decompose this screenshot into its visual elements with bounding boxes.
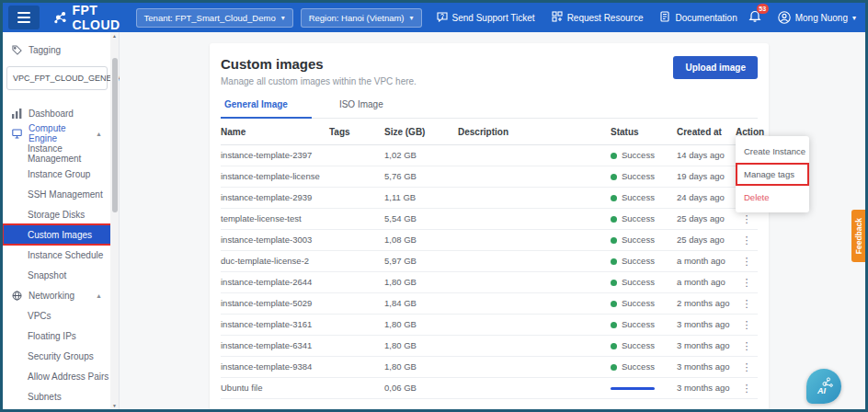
- table-row[interactable]: instance-template-2397 1,02 GB Success 1…: [221, 145, 758, 166]
- cell-created-at: 19 days ago: [677, 171, 736, 182]
- svg-text:AI: AI: [817, 386, 826, 395]
- cell-status: Success: [611, 298, 677, 309]
- row-actions-button[interactable]: ⋮: [736, 340, 758, 352]
- table-row[interactable]: Ubuntu file 0,06 GB 3 months ago ⋮: [221, 378, 758, 399]
- sidebar-item-allow-address-pairs[interactable]: Allow Address Pairs: [3, 366, 111, 386]
- table-row[interactable]: duc-template-license-2 5,97 GB Success a…: [221, 251, 758, 272]
- tab-general-image[interactable]: General Image: [221, 99, 312, 119]
- table-row[interactable]: instance-template-3003 1,08 GB Success 2…: [221, 230, 758, 251]
- dashboard-icon: [12, 109, 22, 119]
- cell-size: 1,80 GB: [384, 319, 458, 330]
- cell-name: instance-template-9384: [221, 361, 329, 372]
- cell-size: 1,80 GB: [384, 340, 458, 351]
- link-label: Documentation: [675, 13, 737, 23]
- feedback-tab[interactable]: Feedback: [851, 210, 865, 262]
- context-menu-item-delete[interactable]: Delete: [736, 186, 809, 209]
- context-menu-item-create-instance[interactable]: Create Instance: [736, 140, 809, 163]
- context-menu-item-manage-tags[interactable]: Manage tags: [736, 163, 809, 186]
- sidebar-item-instance-schedule[interactable]: Instance Schedule: [3, 245, 111, 265]
- status-text: Success: [622, 192, 655, 203]
- hamburger-menu-button[interactable]: [8, 6, 40, 29]
- sidebar-item-security-groups[interactable]: Security Groups: [3, 346, 111, 366]
- documentation-link[interactable]: Documentation: [659, 11, 737, 24]
- row-actions-button[interactable]: ⋮: [736, 256, 758, 268]
- tab-iso-image[interactable]: ISO Image: [312, 99, 398, 118]
- sidebar-item-label: Subnets: [28, 392, 62, 402]
- table-row[interactable]: template-license-test 5,54 GB Success 25…: [221, 209, 758, 230]
- cell-created-at: 25 days ago: [677, 235, 736, 246]
- sidebar-item-instance-group[interactable]: Instance Group: [3, 164, 111, 184]
- notifications-button[interactable]: 53: [748, 9, 761, 26]
- sidebar-item-tagging[interactable]: Tagging: [3, 40, 111, 60]
- user-menu[interactable]: Mong Nuong ▾: [778, 11, 856, 24]
- column-header-created-at: Created at: [677, 127, 736, 139]
- status-text: Success: [622, 298, 655, 309]
- sidebar-item-subnets[interactable]: Subnets: [3, 386, 111, 406]
- cell-status: Success: [611, 361, 677, 372]
- row-actions-button[interactable]: ⋮: [736, 319, 758, 331]
- sidebar-item-instance-management[interactable]: Instance Management: [3, 143, 111, 164]
- sidebar-item-label: Security Groups: [28, 351, 94, 361]
- app-window: FPT CLOUD Tenant: FPT_Smart_Cloud_Demo ▾…: [0, 0, 868, 412]
- table-row[interactable]: instance-template-license 5,76 GB Succes…: [221, 166, 758, 188]
- sidebar-item-label: Snapshot: [28, 270, 66, 280]
- link-label: Request Resource: [567, 13, 644, 23]
- request-resource-link[interactable]: Request Resource: [552, 11, 644, 24]
- scroll-down-arrow-icon[interactable]: ▼: [111, 403, 118, 408]
- region-selector[interactable]: Region: Hanoi (Vietnam) ▾: [301, 8, 422, 28]
- cell-created-at: a month ago: [677, 277, 736, 288]
- cell-created-at: 3 months ago: [677, 361, 736, 372]
- cell-status: Success: [611, 340, 677, 351]
- sidebar-item-floating-ips[interactable]: Floating IPs: [3, 326, 111, 346]
- chevron-down-icon: ▾: [281, 14, 285, 22]
- row-actions-button[interactable]: ⋮: [736, 277, 758, 289]
- send-support-ticket-link[interactable]: Send Support Ticket: [437, 11, 535, 24]
- sidebar-scrollbar[interactable]: ▲ ▼: [110, 32, 119, 409]
- success-status-dot: [611, 195, 617, 201]
- sidebar-item-storage-disks[interactable]: Storage Disks: [3, 204, 111, 224]
- sidebar-item-networking[interactable]: Networking▲: [3, 285, 111, 305]
- sidebar-item-compute-engine[interactable]: Compute Engine▲: [3, 123, 111, 143]
- sidebar-item-ssh-management[interactable]: SSH Management: [3, 184, 111, 204]
- support-ticket-icon: [437, 11, 448, 24]
- table-row[interactable]: instance-template-9384 1,80 GB Success 3…: [221, 357, 758, 378]
- row-actions-button[interactable]: ⋮: [736, 298, 758, 310]
- row-actions-button[interactable]: ⋮: [736, 213, 758, 225]
- status-text: Success: [622, 171, 655, 182]
- region-label: Region: Hanoi (Vietnam): [309, 13, 405, 23]
- cell-name: duc-template-license-2: [221, 256, 329, 267]
- vpc-selector[interactable]: VPC_FPT_CLOUD_GENERAL ▾: [6, 66, 108, 90]
- user-avatar-icon: [778, 11, 791, 24]
- scroll-up-arrow-icon[interactable]: ▲: [111, 33, 118, 39]
- row-actions-button[interactable]: ⋮: [736, 235, 758, 246]
- cell-size: 1,11 GB: [384, 192, 458, 203]
- sidebar-item-vpcs[interactable]: VPCs: [3, 305, 111, 326]
- table-row[interactable]: instance-template-5029 1,84 GB Success 2…: [221, 293, 758, 315]
- row-actions-button[interactable]: ⋮: [736, 383, 758, 395]
- upload-progress-bar: [611, 387, 655, 390]
- cell-created-at: 14 days ago: [677, 150, 736, 161]
- cell-name: instance-template-2644: [221, 277, 329, 288]
- column-header-description: Description: [458, 127, 611, 139]
- cell-name: template-license-test: [221, 213, 329, 224]
- table-row[interactable]: instance-template-2939 1,11 GB Success 2…: [221, 188, 758, 209]
- sidebar-item-label: Compute Engine: [29, 123, 89, 143]
- table-row[interactable]: instance-template-6341 1,80 GB Success 3…: [221, 336, 758, 357]
- sidebar-item-custom-images[interactable]: Custom Images: [3, 224, 111, 245]
- cell-size: 5,54 GB: [384, 213, 458, 224]
- sidebar-item-snapshot[interactable]: Snapshot: [3, 265, 111, 285]
- networking-icon: [12, 291, 22, 301]
- success-status-dot: [611, 301, 617, 307]
- status-text: Success: [622, 340, 655, 351]
- ai-chat-bubble[interactable]: AI: [806, 369, 841, 404]
- upload-image-button[interactable]: Upload image: [673, 56, 758, 79]
- row-actions-button[interactable]: ⋮: [736, 361, 758, 373]
- table-row[interactable]: instance-template-2644 1,80 GB Success a…: [221, 272, 758, 293]
- cell-status: Success: [611, 235, 677, 246]
- table-row[interactable]: instance-template-3161 1,80 GB Success 3…: [221, 315, 758, 336]
- sidebar-item-dashboard[interactable]: Dashboard: [3, 103, 111, 123]
- scrollbar-thumb[interactable]: [112, 58, 118, 212]
- success-status-dot: [611, 258, 617, 265]
- fpt-cloud-logo[interactable]: FPT CLOUD: [54, 3, 129, 32]
- tenant-selector[interactable]: Tenant: FPT_Smart_Cloud_Demo ▾: [136, 8, 293, 28]
